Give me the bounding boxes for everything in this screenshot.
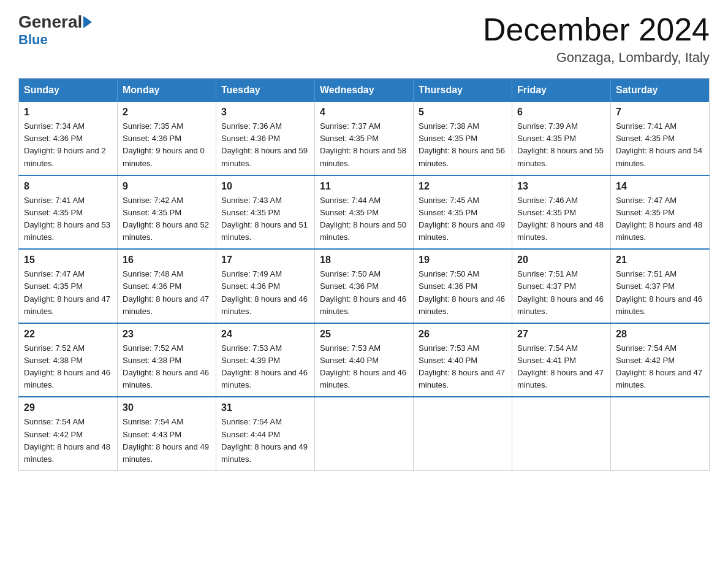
calendar-week-row: 29Sunrise: 7:54 AMSunset: 4:42 PMDayligh… <box>19 397 710 470</box>
day-number: 8 <box>24 181 112 192</box>
day-number: 17 <box>221 255 309 266</box>
calendar-cell: 11Sunrise: 7:44 AMSunset: 4:35 PMDayligh… <box>315 175 414 250</box>
calendar-cell <box>414 397 512 470</box>
day-info: Sunrise: 7:50 AMSunset: 4:36 PMDaylight:… <box>320 268 408 318</box>
calendar-cell: 22Sunrise: 7:52 AMSunset: 4:38 PMDayligh… <box>19 323 118 397</box>
calendar-cell: 26Sunrise: 7:53 AMSunset: 4:40 PMDayligh… <box>414 323 512 397</box>
calendar-week-row: 8Sunrise: 7:41 AMSunset: 4:35 PMDaylight… <box>19 175 710 250</box>
day-number: 1 <box>24 107 112 118</box>
day-number: 18 <box>320 255 408 266</box>
calendar-cell: 30Sunrise: 7:54 AMSunset: 4:43 PMDayligh… <box>118 397 216 470</box>
day-info: Sunrise: 7:44 AMSunset: 4:35 PMDaylight:… <box>320 194 408 244</box>
day-info: Sunrise: 7:52 AMSunset: 4:38 PMDaylight:… <box>24 342 112 392</box>
calendar-cell: 14Sunrise: 7:47 AMSunset: 4:35 PMDayligh… <box>611 175 710 250</box>
day-number: 19 <box>419 255 507 266</box>
day-info: Sunrise: 7:53 AMSunset: 4:40 PMDaylight:… <box>419 342 507 392</box>
day-info: Sunrise: 7:41 AMSunset: 4:35 PMDaylight:… <box>616 120 704 170</box>
calendar-cell: 31Sunrise: 7:54 AMSunset: 4:44 PMDayligh… <box>216 397 315 470</box>
day-number: 30 <box>123 402 211 413</box>
calendar-cell: 15Sunrise: 7:47 AMSunset: 4:35 PMDayligh… <box>19 249 118 323</box>
day-info: Sunrise: 7:39 AMSunset: 4:35 PMDaylight:… <box>517 120 605 170</box>
calendar-cell: 25Sunrise: 7:53 AMSunset: 4:40 PMDayligh… <box>315 323 414 397</box>
day-info: Sunrise: 7:53 AMSunset: 4:39 PMDaylight:… <box>221 342 309 392</box>
day-number: 31 <box>221 402 309 413</box>
calendar-cell: 12Sunrise: 7:45 AMSunset: 4:35 PMDayligh… <box>414 175 512 250</box>
weekday-header-monday: Monday <box>118 79 216 102</box>
day-number: 21 <box>616 255 704 266</box>
day-number: 12 <box>419 181 507 192</box>
day-number: 13 <box>517 181 605 192</box>
calendar-cell: 13Sunrise: 7:46 AMSunset: 4:35 PMDayligh… <box>512 175 611 250</box>
day-number: 24 <box>221 329 309 340</box>
logo-blue-text: Blue <box>18 32 48 48</box>
day-info: Sunrise: 7:45 AMSunset: 4:35 PMDaylight:… <box>419 194 507 244</box>
day-number: 15 <box>24 255 112 266</box>
day-info: Sunrise: 7:54 AMSunset: 4:42 PMDaylight:… <box>616 342 704 392</box>
month-title: December 2024 <box>483 12 710 47</box>
day-info: Sunrise: 7:36 AMSunset: 4:36 PMDaylight:… <box>221 120 309 170</box>
day-info: Sunrise: 7:54 AMSunset: 4:44 PMDaylight:… <box>221 416 309 465</box>
calendar-week-row: 1Sunrise: 7:34 AMSunset: 4:36 PMDaylight… <box>19 102 710 175</box>
calendar-cell <box>611 397 710 470</box>
day-number: 14 <box>616 181 704 192</box>
logo: General Blue <box>18 12 93 48</box>
day-number: 22 <box>24 329 112 340</box>
day-info: Sunrise: 7:47 AMSunset: 4:35 PMDaylight:… <box>24 268 112 318</box>
day-info: Sunrise: 7:35 AMSunset: 4:36 PMDaylight:… <box>123 120 211 170</box>
day-info: Sunrise: 7:48 AMSunset: 4:36 PMDaylight:… <box>123 268 211 318</box>
day-number: 11 <box>320 181 408 192</box>
day-info: Sunrise: 7:46 AMSunset: 4:35 PMDaylight:… <box>517 194 605 244</box>
title-block: December 2024 Gonzaga, Lombardy, Italy <box>483 12 710 66</box>
calendar-cell: 24Sunrise: 7:53 AMSunset: 4:39 PMDayligh… <box>216 323 315 397</box>
calendar-table: SundayMondayTuesdayWednesdayThursdayFrid… <box>18 78 710 471</box>
weekday-header-wednesday: Wednesday <box>315 79 414 102</box>
day-number: 5 <box>419 107 507 118</box>
day-number: 20 <box>517 255 605 266</box>
calendar-cell: 1Sunrise: 7:34 AMSunset: 4:36 PMDaylight… <box>19 102 118 175</box>
day-number: 27 <box>517 329 605 340</box>
calendar-cell: 17Sunrise: 7:49 AMSunset: 4:36 PMDayligh… <box>216 249 315 323</box>
calendar-cell: 6Sunrise: 7:39 AMSunset: 4:35 PMDaylight… <box>512 102 611 175</box>
calendar-cell <box>512 397 611 470</box>
day-number: 6 <box>517 107 605 118</box>
calendar-cell: 23Sunrise: 7:52 AMSunset: 4:38 PMDayligh… <box>118 323 216 397</box>
weekday-header-friday: Friday <box>512 79 611 102</box>
weekday-header-tuesday: Tuesday <box>216 79 315 102</box>
day-info: Sunrise: 7:52 AMSunset: 4:38 PMDaylight:… <box>123 342 211 392</box>
calendar-cell <box>315 397 414 470</box>
weekday-header-sunday: Sunday <box>19 79 118 102</box>
day-number: 28 <box>616 329 704 340</box>
day-number: 16 <box>123 255 211 266</box>
day-number: 9 <box>123 181 211 192</box>
logo-triangle-icon <box>83 16 92 28</box>
calendar-cell: 5Sunrise: 7:38 AMSunset: 4:35 PMDaylight… <box>414 102 512 175</box>
day-info: Sunrise: 7:54 AMSunset: 4:42 PMDaylight:… <box>24 416 112 465</box>
calendar-cell: 4Sunrise: 7:37 AMSunset: 4:35 PMDaylight… <box>315 102 414 175</box>
calendar-cell: 27Sunrise: 7:54 AMSunset: 4:41 PMDayligh… <box>512 323 611 397</box>
day-info: Sunrise: 7:49 AMSunset: 4:36 PMDaylight:… <box>221 268 309 318</box>
day-info: Sunrise: 7:41 AMSunset: 4:35 PMDaylight:… <box>24 194 112 244</box>
day-number: 23 <box>123 329 211 340</box>
calendar-week-row: 15Sunrise: 7:47 AMSunset: 4:35 PMDayligh… <box>19 249 710 323</box>
calendar-cell: 18Sunrise: 7:50 AMSunset: 4:36 PMDayligh… <box>315 249 414 323</box>
day-info: Sunrise: 7:37 AMSunset: 4:35 PMDaylight:… <box>320 120 408 170</box>
calendar-cell: 2Sunrise: 7:35 AMSunset: 4:36 PMDaylight… <box>118 102 216 175</box>
calendar-cell: 28Sunrise: 7:54 AMSunset: 4:42 PMDayligh… <box>611 323 710 397</box>
weekday-header-saturday: Saturday <box>611 79 710 102</box>
calendar-cell: 20Sunrise: 7:51 AMSunset: 4:37 PMDayligh… <box>512 249 611 323</box>
calendar-week-row: 22Sunrise: 7:52 AMSunset: 4:38 PMDayligh… <box>19 323 710 397</box>
calendar-cell: 8Sunrise: 7:41 AMSunset: 4:35 PMDaylight… <box>19 175 118 250</box>
day-info: Sunrise: 7:47 AMSunset: 4:35 PMDaylight:… <box>616 194 704 244</box>
day-info: Sunrise: 7:51 AMSunset: 4:37 PMDaylight:… <box>517 268 605 318</box>
day-info: Sunrise: 7:43 AMSunset: 4:35 PMDaylight:… <box>221 194 309 244</box>
day-number: 3 <box>221 107 309 118</box>
day-info: Sunrise: 7:53 AMSunset: 4:40 PMDaylight:… <box>320 342 408 392</box>
calendar-cell: 7Sunrise: 7:41 AMSunset: 4:35 PMDaylight… <box>611 102 710 175</box>
day-number: 26 <box>419 329 507 340</box>
day-info: Sunrise: 7:54 AMSunset: 4:41 PMDaylight:… <box>517 342 605 392</box>
page-header: General Blue December 2024 Gonzaga, Lomb… <box>18 12 710 66</box>
day-number: 10 <box>221 181 309 192</box>
day-number: 29 <box>24 402 112 413</box>
day-number: 7 <box>616 107 704 118</box>
calendar-cell: 3Sunrise: 7:36 AMSunset: 4:36 PMDaylight… <box>216 102 315 175</box>
